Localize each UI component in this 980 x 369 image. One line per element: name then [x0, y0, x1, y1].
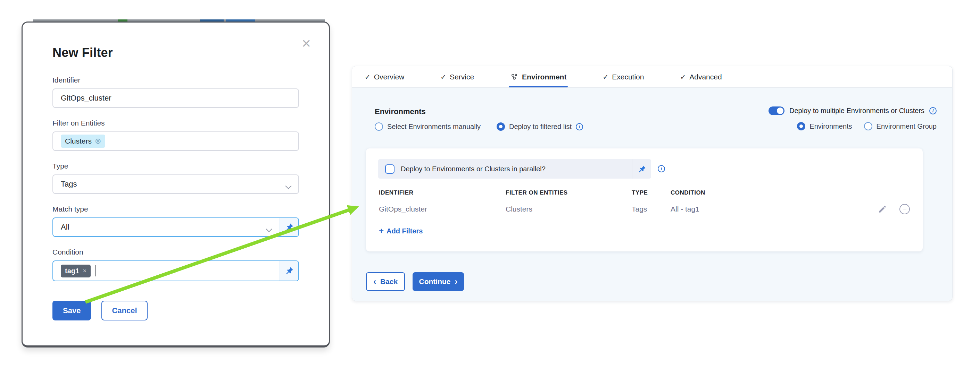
minus-circle-icon: − — [899, 204, 910, 214]
check-icon: ✓ — [364, 73, 371, 81]
check-icon: ✓ — [440, 73, 446, 81]
radio-icon[interactable] — [375, 122, 383, 131]
tag1-chip-label: tag1 — [65, 267, 79, 275]
clusters-chip[interactable]: Clusters ⊗ — [61, 135, 105, 148]
col-header-condition: CONDITION — [671, 189, 705, 196]
multi-deploy-options: Deploy to multiple Environments or Clust… — [768, 106, 937, 130]
tab-service[interactable]: ✓ Service — [440, 73, 474, 81]
row-identifier: GitOps_cluster — [379, 205, 427, 213]
type-label: Type — [52, 162, 299, 170]
multi-deploy-toggle-row: Deploy to multiple Environments or Clust… — [768, 106, 937, 115]
match-type-select[interactable]: All — [52, 217, 299, 237]
chip-remove-icon[interactable]: ⊗ — [95, 137, 101, 146]
row-type: Tags — [632, 205, 647, 213]
environments-heading: Environments — [375, 107, 426, 116]
identifier-input[interactable]: GitOps_cluster — [52, 89, 299, 108]
tab-environment[interactable]: Environment — [510, 73, 566, 81]
environment-scope-radios: Environments Environment Group — [797, 122, 937, 130]
radio-label: Select Environments manually — [387, 123, 480, 131]
identifier-value: GitOps_cluster — [61, 93, 111, 103]
text-cursor — [95, 265, 96, 276]
radio-select-manually[interactable]: Select Environments manually — [375, 122, 480, 131]
tab-label: Environment — [522, 73, 566, 81]
row-filter-on-entities: Clusters — [506, 205, 532, 213]
modal-title: New Filter — [52, 46, 299, 60]
parallel-deploy-bar: Deploy to Environments or Clusters in pa… — [378, 159, 651, 179]
back-button[interactable]: ‹ Back — [366, 272, 405, 291]
tab-overview[interactable]: ✓ Overview — [364, 73, 404, 81]
deploy-multiple-toggle[interactable] — [768, 106, 784, 115]
radio-label: Environments — [810, 122, 852, 130]
radio-deploy-filtered[interactable]: Deploy to filtered list i — [496, 122, 583, 131]
row-condition: All - tag1 — [671, 205, 699, 213]
environment-mode-radios: Select Environments manually Deploy to f… — [375, 122, 583, 131]
info-icon[interactable]: i — [658, 165, 665, 173]
chevron-left-icon: ‹ — [373, 277, 376, 286]
tag1-chip[interactable]: tag1 × — [61, 264, 91, 277]
back-label: Back — [380, 277, 398, 286]
continue-label: Continue — [419, 277, 451, 286]
pencil-icon — [878, 204, 887, 214]
parallel-checkbox-label: Deploy to Environments or Clusters in pa… — [401, 165, 632, 173]
parallel-checkbox[interactable] — [385, 165, 395, 174]
tab-label: Service — [450, 73, 474, 81]
environment-icon — [510, 73, 519, 81]
type-value: Tags — [61, 180, 77, 188]
entities-input[interactable]: Clusters ⊗ — [52, 131, 299, 151]
col-header-filter-on-entities: FILTER ON ENTITIES — [506, 189, 568, 196]
page: × New Filter Identifier GitOps_cluster F… — [0, 0, 980, 369]
filters-card: Deploy to Environments or Clusters in pa… — [366, 149, 923, 252]
col-header-identifier: IDENTIFIER — [379, 189, 413, 196]
stage-tabbar: ✓ Overview ✓ Service Environment ✓ Execu… — [352, 66, 952, 88]
info-icon[interactable]: i — [576, 123, 583, 130]
add-filters-label: Add Filters — [387, 227, 423, 235]
tab-advanced[interactable]: ✓ Advanced — [680, 73, 722, 81]
radio-icon-selected[interactable] — [496, 122, 505, 131]
identifier-label: Identifier — [52, 76, 299, 84]
remove-filter-button[interactable]: − — [899, 204, 910, 214]
chevron-down-icon — [285, 182, 290, 191]
col-header-type: TYPE — [632, 189, 648, 196]
radio-label: Deploy to filtered list — [509, 123, 572, 131]
wizard-footer: ‹ Back Continue › — [366, 272, 464, 291]
radio-icon-selected[interactable] — [797, 122, 805, 130]
continue-button[interactable]: Continue › — [412, 272, 464, 291]
close-icon[interactable]: × — [302, 36, 311, 51]
chevron-down-icon — [266, 225, 270, 234]
radio-environment-group[interactable]: Environment Group — [864, 122, 937, 130]
chevron-right-icon: › — [455, 277, 457, 286]
clusters-chip-label: Clusters — [65, 137, 92, 145]
condition-label: Condition — [52, 248, 299, 256]
info-icon[interactable]: i — [929, 107, 937, 114]
save-button[interactable]: Save — [52, 301, 91, 320]
match-type-label: Match type — [52, 205, 299, 213]
add-filters-button[interactable]: + Add Filters — [379, 226, 423, 236]
pipeline-stage-panel: ✓ Overview ✓ Service Environment ✓ Execu… — [352, 66, 953, 301]
toggle-knob — [777, 108, 783, 114]
radio-label: Environment Group — [877, 122, 937, 130]
pin-icon[interactable] — [632, 159, 651, 179]
edit-filter-button[interactable] — [877, 204, 888, 214]
plus-icon: + — [379, 226, 384, 236]
new-filter-modal: × New Filter Identifier GitOps_cluster F… — [22, 22, 330, 347]
radio-icon[interactable] — [864, 122, 872, 130]
pin-icon[interactable] — [280, 218, 298, 236]
environment-tab-content: Environments Select Environments manuall… — [352, 88, 952, 301]
tab-label: Overview — [374, 73, 404, 81]
match-type-value: All — [61, 223, 69, 232]
check-icon: ✓ — [680, 73, 686, 81]
tab-execution[interactable]: ✓ Execution — [603, 73, 644, 81]
check-icon: ✓ — [603, 73, 608, 81]
chip-remove-icon[interactable]: × — [83, 267, 86, 275]
radio-environments[interactable]: Environments — [797, 122, 852, 130]
cancel-button[interactable]: Cancel — [102, 301, 147, 320]
tab-label: Advanced — [689, 73, 722, 81]
pin-icon[interactable] — [280, 261, 298, 280]
tab-label: Execution — [612, 73, 644, 81]
entities-label: Filter on Entities — [52, 119, 299, 127]
condition-input[interactable]: tag1 × — [52, 260, 299, 281]
toggle-label: Deploy to multiple Environments or Clust… — [789, 107, 924, 115]
type-select[interactable]: Tags — [52, 174, 299, 194]
